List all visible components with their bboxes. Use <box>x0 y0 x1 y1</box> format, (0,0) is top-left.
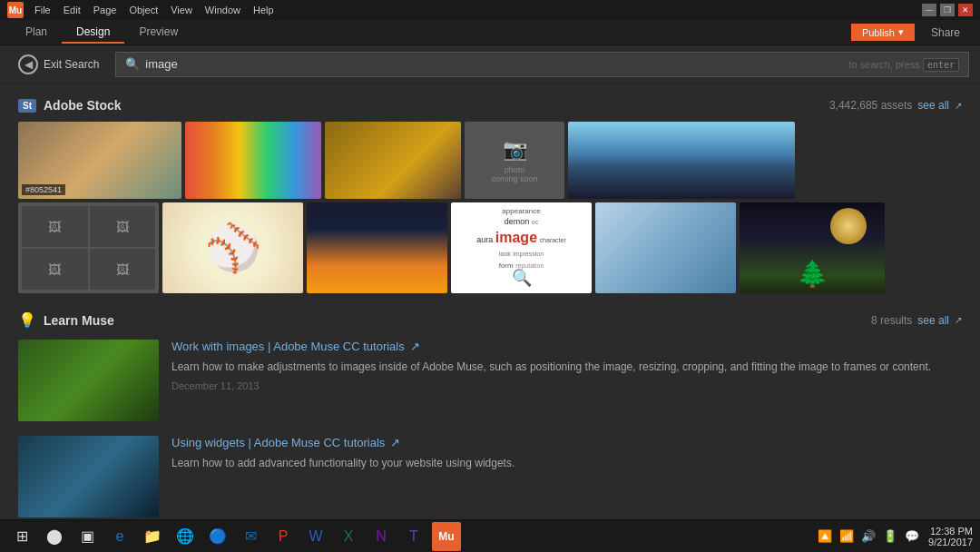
tutorial-title-2[interactable]: Using widgets | Adobe Muse CC tutorials … <box>172 436 962 449</box>
stock-meta: 3,442,685 assets see all ↗ <box>829 99 962 112</box>
minimize-button[interactable]: — <box>922 4 936 16</box>
taskbar-left: ⊞ ⬤ ▣ e 📁 🌐 🔵 ✉ P W X N T Mu <box>7 522 461 551</box>
tutorial-item-1[interactable]: Work with images | Adobe Muse CC tutoria… <box>18 340 962 421</box>
nav-right: Publish ▾ Share <box>851 24 969 42</box>
tray-notification-icon[interactable]: 💬 <box>903 527 921 545</box>
search-row: ◀ Exit Search 🔍 to search, press enter <box>0 45 980 84</box>
share-button[interactable]: Share <box>922 24 969 42</box>
stock-image-hallway[interactable] <box>595 202 736 293</box>
system-clock[interactable]: 12:38 PM 9/21/2017 <box>928 526 973 547</box>
taskbar-powerpoint-icon[interactable]: P <box>269 522 298 551</box>
stock-section-header: St Adobe Stock 3,442,685 assets see all … <box>18 98 962 113</box>
stock-image-moon[interactable]: 🌲 <box>740 202 885 293</box>
menu-page[interactable]: Page <box>88 3 122 17</box>
tutorial-desc-1: Learn how to make adjustments to images … <box>172 359 962 375</box>
tutorial-desc-2: Learn how to add advanced functionality … <box>172 455 962 471</box>
titlebar-left: Mu File Edit Page Object View Window Hel… <box>7 2 279 18</box>
menu-bar: File Edit Page Object View Window Help <box>29 3 279 17</box>
grid-icon-1: 🖼 <box>22 206 88 247</box>
stock-image-wordcloud[interactable]: appearance demon oc aura image character… <box>451 202 592 293</box>
taskbar-search-icon[interactable]: ⬤ <box>40 522 69 551</box>
back-circle-icon: ◀ <box>18 54 38 74</box>
taskbar-chrome-icon[interactable]: 🔵 <box>203 522 232 551</box>
taskbar-onenote-icon[interactable]: N <box>367 522 396 551</box>
wordcloud-content: appearance demon oc aura image character… <box>469 202 573 293</box>
menu-view[interactable]: View <box>165 3 198 17</box>
stock-image-sunset[interactable] <box>307 202 447 293</box>
nav-tabs: Plan Design Preview <box>11 22 192 44</box>
taskbar-muse-icon[interactable]: Mu <box>432 522 461 551</box>
tray-network-icon[interactable]: 📶 <box>838 527 856 545</box>
taskbar-ie-icon[interactable]: 🌐 <box>171 522 200 551</box>
tab-design[interactable]: Design <box>62 22 124 44</box>
search-icon: 🔍 <box>125 57 140 71</box>
stock-assets-count: 3,442,685 assets <box>829 99 912 112</box>
stock-image-pottery[interactable] <box>325 122 461 199</box>
grid-icon-3: 🖼 <box>22 249 88 290</box>
moon-circle <box>830 208 867 244</box>
photo-soon-text: photocoming soon <box>491 165 537 183</box>
taskbar-outlook-icon[interactable]: ✉ <box>236 522 265 551</box>
clock-time: 12:38 PM <box>928 526 973 537</box>
tray-battery-icon[interactable]: 🔋 <box>881 527 899 545</box>
taskbar-start-button[interactable]: ⊞ <box>7 522 36 551</box>
tutorial-content-2: Using widgets | Adobe Muse CC tutorials … <box>172 436 962 518</box>
tray-icons: 🔼 📶 🔊 🔋 💬 <box>816 527 921 545</box>
tree-icon: 🌲 <box>797 259 828 289</box>
search-hint: to search, press enter <box>849 59 959 70</box>
tray-caret-icon[interactable]: 🔼 <box>816 527 834 545</box>
tutorial-external-icon-2: ↗ <box>390 436 400 449</box>
tutorial-thumb-2 <box>18 436 159 518</box>
search-container: 🔍 to search, press enter <box>115 52 969 77</box>
baseball-face: ⚾ <box>162 202 303 293</box>
stock-grid-row1: #8052541 📷 photocoming soon <box>18 122 962 199</box>
navbar: Plan Design Preview Publish ▾ Share <box>0 20 980 45</box>
clock-date: 9/21/2017 <box>928 537 973 547</box>
menu-window[interactable]: Window <box>200 3 246 17</box>
tray-volume-icon[interactable]: 🔊 <box>859 527 877 545</box>
taskbar-word-icon[interactable]: W <box>301 522 330 551</box>
learn-see-all-link[interactable]: see all <box>917 314 949 327</box>
external-link-icon: ↗ <box>955 101 962 111</box>
close-button[interactable]: ✕ <box>958 4 973 16</box>
stock-title: Adobe Stock <box>44 98 122 113</box>
grid-icon-4: 🖼 <box>90 249 156 290</box>
publish-button[interactable]: Publish ▾ <box>851 24 915 41</box>
menu-edit[interactable]: Edit <box>58 3 86 17</box>
taskbar-edge-icon[interactable]: e <box>105 522 134 551</box>
camera-icon: 📷 <box>503 138 527 162</box>
search-input[interactable] <box>145 57 843 71</box>
learn-results-count: 8 results <box>871 314 912 327</box>
taskbar-explorer-icon[interactable]: 📁 <box>138 522 167 551</box>
stock-badge: St <box>18 99 36 113</box>
learn-section: 💡 Learn Muse 8 results see all ↗ Work wi… <box>18 311 962 518</box>
tutorial-title-1[interactable]: Work with images | Adobe Muse CC tutoria… <box>172 340 962 353</box>
tutorial-external-icon-1: ↗ <box>410 340 420 353</box>
title-bar: Mu File Edit Page Object View Window Hel… <box>0 0 980 20</box>
taskbar-excel-icon[interactable]: X <box>334 522 363 551</box>
exit-search-button[interactable]: ◀ Exit Search <box>11 51 106 78</box>
grid-icon-2: 🖼 <box>90 206 156 247</box>
tab-plan[interactable]: Plan <box>11 22 62 44</box>
restore-button[interactable]: ❐ <box>940 4 955 16</box>
stock-label-laptop: #8052541 <box>22 184 65 195</box>
learn-muse-title: Learn Muse <box>44 313 114 328</box>
stock-image-grid-icons[interactable]: 🖼 🖼 🖼 🖼 <box>18 202 159 293</box>
menu-file[interactable]: File <box>29 3 56 17</box>
taskbar-teams-icon[interactable]: T <box>399 522 428 551</box>
tab-preview[interactable]: Preview <box>124 22 192 44</box>
tutorial-item-2[interactable]: Using widgets | Adobe Muse CC tutorials … <box>18 436 962 518</box>
stock-image-photo-soon[interactable]: 📷 photocoming soon <box>465 122 564 199</box>
stock-section: St Adobe Stock 3,442,685 assets see all … <box>18 98 962 293</box>
stock-image-laptop[interactable]: #8052541 <box>18 122 181 199</box>
stock-image-baseball[interactable]: ⚾ <box>162 202 303 293</box>
tutorial-content-1: Work with images | Adobe Muse CC tutoria… <box>172 340 962 421</box>
stock-see-all-link[interactable]: see all <box>917 99 949 112</box>
learn-results-meta: 8 results see all ↗ <box>871 314 962 327</box>
menu-object[interactable]: Object <box>123 3 163 17</box>
taskbar-task-view-icon[interactable]: ▣ <box>73 522 102 551</box>
stock-image-colors[interactable] <box>185 122 321 199</box>
publish-chevron-icon: ▾ <box>898 26 904 38</box>
stock-image-cityscape[interactable] <box>568 122 795 199</box>
menu-help[interactable]: Help <box>248 3 279 17</box>
